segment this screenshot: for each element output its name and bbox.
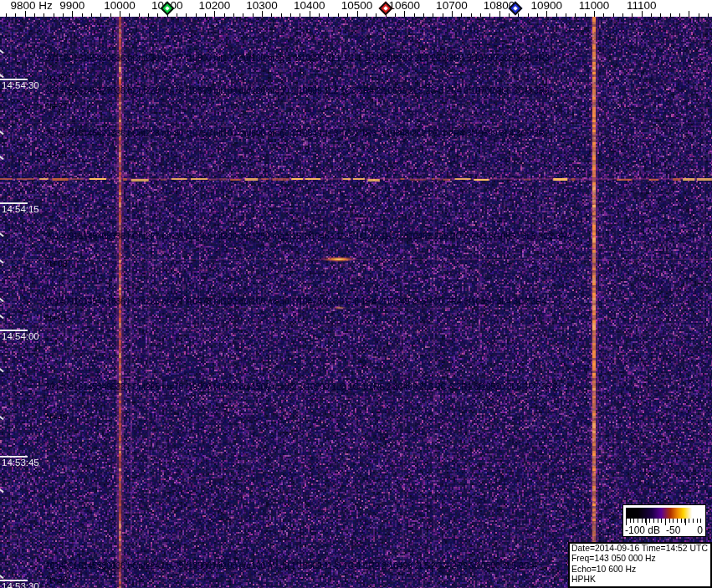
freq-axis-tick [528, 13, 529, 17]
freq-axis-tick [546, 11, 547, 17]
freq-axis-tick [489, 13, 490, 17]
event-time-offset-label: ^t+27 [45, 101, 68, 111]
freq-axis-label: 10500 [341, 0, 373, 12]
event-time-offset-label: ^t+30 [45, 74, 68, 84]
detection-log-line: 20140916145330136 hCnt224 nb-79 f10500 h… [45, 561, 537, 571]
freq-axis-tick [585, 13, 586, 17]
freq-axis-tick [376, 13, 376, 17]
freq-axis-tick [177, 13, 177, 17]
freq-axis-tick [660, 13, 661, 17]
freq-axis-label: 11000 [579, 0, 610, 12]
info-frequency: Freq=143 050 000 Hz [571, 554, 709, 564]
event-tick [0, 575, 4, 579]
event-tick [0, 233, 4, 237]
info-station-code: HPHK [571, 575, 709, 585]
freq-axis-tick [100, 13, 101, 17]
marker-center-dot [514, 6, 519, 11]
freq-axis-tick [310, 11, 310, 17]
detection-log-line: 20140916145421336 hCnt228 nb-80 f10750 h… [45, 129, 550, 139]
freq-axis-tick [433, 13, 433, 17]
freq-axis-tick [319, 13, 320, 17]
freq-axis-tick [566, 13, 566, 17]
event-time-offset-label: ^t+49 [45, 412, 68, 422]
marker-center-dot [383, 6, 388, 11]
db-scale-labels: -100 dB -50 0 [625, 524, 703, 536]
detection-log-line: 20140916145408336 hCnt227 nb-78 f10463 h… [45, 232, 571, 242]
freq-axis-label: 10200 [199, 0, 231, 12]
time-axis-label: 14:54:15 [2, 204, 39, 214]
event-time-offset-label: ^t+08 [45, 258, 68, 268]
detection-log-line: 20140916145401836 hCnt226 nb-77 f10478 h… [45, 297, 546, 307]
freq-axis-tick [499, 11, 500, 17]
freq-axis-tick [679, 13, 680, 17]
freq-axis-tick [357, 11, 358, 17]
freq-axis-tick [452, 11, 453, 17]
freq-axis-tick [139, 13, 140, 17]
freq-axis-tick [689, 11, 689, 17]
freq-axis-tick [72, 11, 73, 17]
freq-axis-tick [471, 13, 472, 17]
freq-axis-tick [253, 13, 254, 17]
freq-axis-tick [34, 13, 35, 17]
detection-log-line: 20140916145427036 hCnt229 nb-78 f10899 h… [45, 86, 550, 96]
freq-axis-tick [642, 11, 643, 17]
detection-log-line: 20140916145430836 hCnt230 nb-77 f10900 h… [45, 54, 550, 64]
freq-axis-tick [518, 13, 519, 17]
freq-axis-label: 9900 [59, 0, 85, 12]
freq-axis-tick [91, 13, 92, 17]
spectrogram-app-window: 14:54:3014:54:1514:54:0014:53:4514:53:30… [0, 0, 712, 588]
freq-axis-tick [575, 13, 576, 17]
freq-axis-tick [338, 13, 339, 17]
freq-axis-tick [594, 11, 595, 17]
freq-axis-tick [290, 13, 291, 17]
db-scale-max-label: 0 [697, 524, 703, 536]
freq-axis-tick [414, 13, 415, 17]
freq-axis-tick [110, 13, 111, 17]
event-tick [0, 368, 4, 372]
event-tick [0, 416, 4, 420]
event-time-offset-label: ^t+21 [45, 149, 68, 159]
freq-axis-tick [300, 13, 300, 17]
detection-log-line: 20140916145349932 hCnt225 nb-78 f10900 h… [45, 382, 557, 392]
freq-axis-tick [148, 13, 149, 17]
freq-axis-tick [395, 13, 396, 17]
freq-axis-tick [233, 13, 234, 17]
info-box: Date=2014-09-16 Time=14:52 UTC Freq=143 … [568, 542, 712, 588]
freq-axis-label: 9800 Hz [10, 0, 52, 12]
freq-axis-tick [262, 11, 263, 17]
freq-axis-tick [44, 13, 44, 17]
event-tick [0, 298, 4, 302]
frequency-axis: 9800 Hz990010000101001020010300104001050… [0, 0, 712, 17]
freq-axis-tick [461, 13, 462, 17]
marker-center-dot [165, 6, 170, 11]
time-axis-label: 14:54:00 [2, 331, 39, 341]
event-time-offset-label: ^t+01 [45, 313, 68, 323]
freq-axis-tick [404, 11, 405, 17]
spectrogram-overlays: 14:54:3014:54:1514:54:0014:53:4514:53:30… [0, 0, 712, 588]
freq-axis-tick [129, 13, 130, 17]
event-tick [0, 74, 4, 78]
freq-axis-tick [443, 13, 443, 17]
time-axis-label: 14:53:45 [2, 458, 39, 468]
freq-axis-tick [6, 13, 7, 17]
freq-axis-label: 11100 [627, 0, 657, 12]
time-axis-label: 14:53:30 [2, 581, 39, 588]
freq-axis-tick [556, 13, 557, 17]
freq-axis-label: 10000 [104, 0, 136, 12]
event-tick [0, 488, 4, 493]
freq-axis-tick [708, 13, 709, 17]
event-tick [0, 314, 4, 319]
freq-axis-label: 10300 [246, 0, 278, 12]
freq-axis-label: 10400 [294, 0, 325, 12]
freq-axis-tick [54, 13, 54, 17]
freq-axis-tick [157, 13, 158, 17]
freq-axis-tick [651, 13, 652, 17]
freq-axis-tick [281, 13, 282, 17]
event-time-offset-label: ^t+30 [45, 575, 68, 585]
freq-axis-tick [63, 13, 64, 17]
freq-axis-tick [243, 13, 243, 17]
db-scale-min-label: -100 dB [625, 524, 660, 536]
freq-axis-tick [224, 13, 225, 17]
freq-axis-tick [366, 13, 367, 17]
freq-axis-label: 10900 [531, 0, 563, 12]
